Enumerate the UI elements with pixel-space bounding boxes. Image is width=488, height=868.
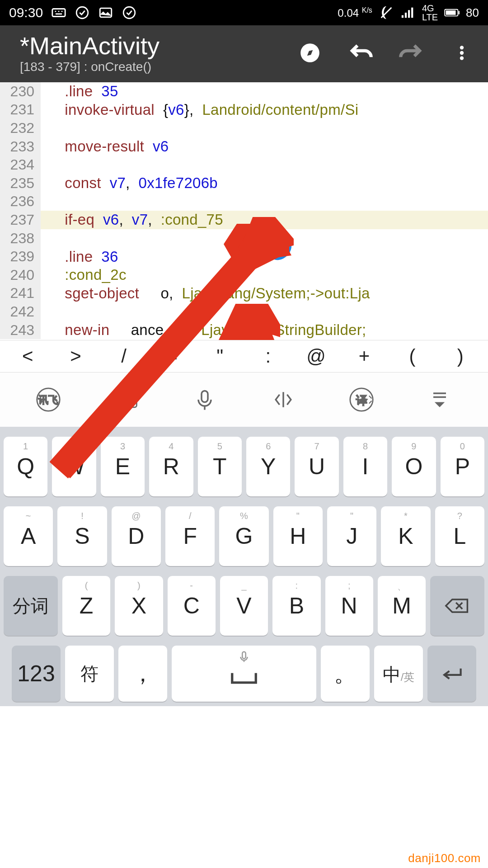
more-vert-icon	[453, 44, 471, 62]
status-time: 09:30	[9, 5, 43, 20]
code-line[interactable]: 236	[0, 193, 488, 211]
svg-point-3	[61, 11, 63, 12]
space-key[interactable]	[172, 646, 316, 702]
keyboard-key[interactable]: "H	[273, 506, 323, 566]
symbol-key[interactable]: @	[292, 345, 340, 367]
collapse-icon	[427, 387, 452, 412]
period-key[interactable]: 。	[321, 646, 370, 702]
svg-rect-6	[100, 8, 112, 17]
code-content[interactable]: const v7, 0x1fe7206b	[41, 175, 218, 192]
svg-point-1	[55, 11, 56, 12]
keyboard-key[interactable]: @D	[112, 506, 161, 566]
keyboard-key[interactable]: (Z	[62, 576, 110, 636]
line-number: 242	[0, 302, 41, 321]
keyboard-key[interactable]: _V	[220, 576, 268, 636]
check-circle-icon-2	[122, 5, 137, 20]
line-number: 243	[0, 321, 41, 340]
line-number: 235	[0, 174, 41, 193]
backspace-icon	[445, 598, 470, 614]
watermark-text: danji100.com	[408, 851, 481, 865]
keyboard-key[interactable]: 7U	[295, 437, 338, 496]
keyboard-key[interactable]: !S	[57, 506, 107, 566]
battery-icon	[444, 5, 460, 20]
line-number: 236	[0, 193, 41, 211]
enter-icon	[439, 665, 465, 682]
code-content[interactable]: move-result v6	[41, 138, 169, 155]
code-line[interactable]: 233 move-result v6	[0, 137, 488, 156]
keyboard-key[interactable]: :B	[272, 576, 320, 636]
line-number: 230	[0, 82, 41, 101]
keyboard-key[interactable]: ~A	[4, 506, 53, 566]
network-type: 4GLTE	[422, 4, 438, 22]
line-number: 240	[0, 266, 41, 284]
page-subtitle: [183 - 379] : onCreate()	[20, 60, 160, 74]
code-line[interactable]: 235 const v7, 0x1fe7206b	[0, 174, 488, 193]
svg-line-28	[61, 253, 253, 470]
signal-icon	[400, 5, 416, 20]
keyboard-key[interactable]: 1Q	[4, 437, 47, 496]
keyboard-key[interactable]: "J	[327, 506, 376, 566]
svg-rect-14	[459, 11, 460, 14]
keyboard-key[interactable]: )X	[115, 576, 163, 636]
translate-button[interactable]: 译	[347, 385, 376, 414]
keyboard-key[interactable]: 、M	[378, 576, 426, 636]
svg-point-17	[460, 46, 464, 49]
code-content[interactable]: .line 35	[41, 83, 118, 100]
keyboard-key[interactable]: ;N	[325, 576, 373, 636]
line-number: 239	[0, 247, 41, 266]
code-line[interactable]: 234	[0, 156, 488, 174]
line-number: 232	[0, 119, 41, 137]
line-number: 237	[0, 211, 41, 229]
code-line[interactable]: 231 invoke-virtual {v6}, Landroid/conten…	[0, 101, 488, 119]
keyboard-key[interactable]: 8I	[343, 437, 387, 496]
line-number: 238	[0, 229, 41, 248]
svg-point-18	[460, 51, 464, 55]
redo-icon	[399, 40, 424, 66]
overflow-menu-button[interactable]	[449, 40, 474, 66]
line-number: 231	[0, 101, 41, 119]
undo-icon	[348, 40, 373, 66]
symbols-key[interactable]: 符	[65, 646, 114, 702]
keyboard-key[interactable]: %G	[219, 506, 268, 566]
status-bar: 09:30 0.04 K/s 4GLTE 80	[0, 0, 488, 25]
keyboard-key[interactable]: ?L	[435, 506, 484, 566]
keyboard-key[interactable]: /F	[165, 506, 215, 566]
red-arrow-clean	[50, 217, 294, 484]
svg-rect-0	[52, 9, 65, 17]
comma-key[interactable]: ，	[118, 646, 167, 702]
enter-key[interactable]	[427, 646, 476, 702]
code-line[interactable]: 230 .line 35	[0, 82, 488, 101]
line-number: 233	[0, 137, 41, 156]
keyboard-status-icon	[51, 5, 66, 20]
keyboard-key[interactable]: 0P	[441, 437, 484, 496]
code-line[interactable]: 232	[0, 119, 488, 137]
keyboard-key[interactable]: *K	[381, 506, 430, 566]
backspace-key[interactable]	[430, 576, 484, 636]
line-number: 241	[0, 284, 41, 303]
symbol-key[interactable]: (	[388, 345, 436, 367]
page-title: *MainActivity	[20, 32, 160, 60]
undo-button[interactable]	[348, 40, 373, 66]
svg-point-19	[460, 57, 464, 60]
symbol-key[interactable]: +	[340, 345, 388, 367]
keyboard-key[interactable]: 9O	[392, 437, 436, 496]
svg-text:译: 译	[356, 394, 367, 406]
mute-icon	[379, 5, 394, 20]
check-circle-icon	[75, 5, 90, 20]
translate-icon: 译	[349, 387, 374, 412]
svg-rect-12	[411, 8, 413, 18]
redo-button[interactable]	[399, 40, 424, 66]
collapse-keyboard-button[interactable]	[425, 385, 454, 414]
code-content[interactable]: invoke-virtual {v6}, Landroid/content/pm…	[41, 101, 358, 118]
numeric-key[interactable]: 123	[12, 646, 61, 702]
symbol-key[interactable]: <	[4, 345, 52, 367]
language-key[interactable]: 中/英	[374, 646, 423, 702]
symbol-key[interactable]: )	[436, 345, 484, 367]
svg-point-7	[123, 7, 135, 19]
network-speed: 0.04 K/s	[338, 6, 372, 19]
svg-rect-10	[405, 13, 407, 18]
compass-button[interactable]	[297, 40, 323, 66]
keyboard-key[interactable]: -C	[168, 576, 216, 636]
svg-rect-11	[408, 10, 410, 18]
segment-key[interactable]: 分词	[4, 576, 58, 636]
